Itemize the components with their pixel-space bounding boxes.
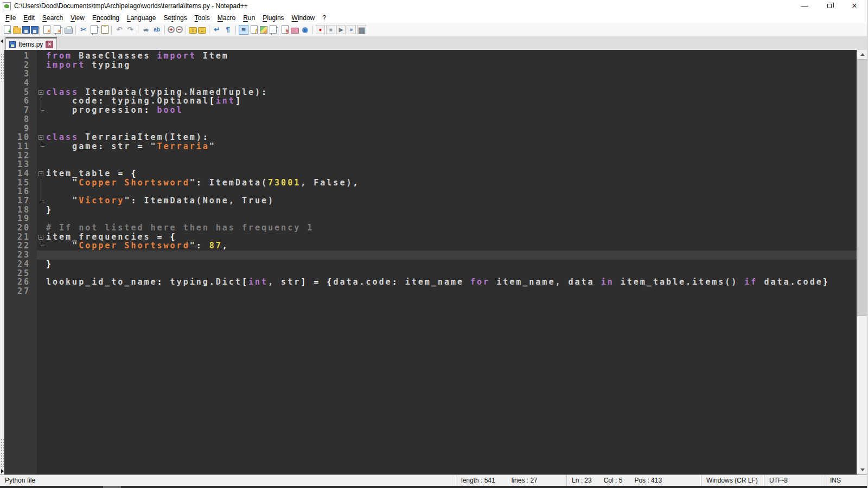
sync-vertical-icon[interactable]: ↕ xyxy=(189,27,197,34)
code-line: 20# If not listed here then has frequenc… xyxy=(4,223,857,233)
line-number: 11 xyxy=(4,142,37,151)
copy-icon[interactable] xyxy=(91,25,98,34)
print-icon[interactable] xyxy=(65,28,73,34)
menu-bar: FileEditSearchViewEncodingLanguageSettin… xyxy=(0,12,867,23)
scroll-up-button[interactable] xyxy=(857,50,867,59)
line-number: 9 xyxy=(4,124,37,133)
line-number: 24 xyxy=(4,260,37,269)
zoom-out-icon[interactable]: − xyxy=(176,26,183,33)
fold-collapse-marker[interactable] xyxy=(37,133,46,142)
fold-margin xyxy=(37,106,46,115)
word-wrap-icon[interactable]: ↵ xyxy=(212,25,222,35)
redo-icon[interactable]: ↷ xyxy=(125,25,135,35)
save-macro-icon[interactable]: ▦ xyxy=(357,25,366,34)
status-eol-format[interactable]: Windows (CR LF) xyxy=(701,475,764,486)
tab-close-icon[interactable]: × xyxy=(46,41,53,48)
scrollbar-thumb[interactable] xyxy=(857,59,867,316)
fold-margin xyxy=(37,206,46,215)
replace-icon[interactable]: ab xyxy=(152,25,162,35)
close-all-icon[interactable]: × xyxy=(54,25,61,34)
find-icon[interactable]: ∞ xyxy=(141,25,151,35)
fold-margin xyxy=(37,214,46,223)
function-list-icon[interactable]: ƒ xyxy=(251,25,258,34)
stop-record-icon[interactable]: ■ xyxy=(326,25,335,34)
project-panel-icon[interactable] xyxy=(291,28,299,34)
sync-horizontal-icon[interactable]: ↔ xyxy=(198,27,206,34)
line-number: 3 xyxy=(4,69,37,79)
code-line: 7 progression: bool xyxy=(4,106,857,115)
document-map-icon[interactable] xyxy=(260,26,267,34)
zoom-in-icon[interactable]: + xyxy=(168,26,175,33)
vertical-scrollbar[interactable] xyxy=(857,50,867,474)
scroll-down-button[interactable] xyxy=(857,465,867,474)
paste-icon[interactable] xyxy=(101,25,108,34)
fold-collapse-marker[interactable] xyxy=(37,88,46,97)
close-doc-icon[interactable]: × xyxy=(43,25,50,34)
collapse-left-icon[interactable] xyxy=(1,39,3,43)
record-macro-icon[interactable]: ● xyxy=(316,25,325,34)
show-all-chars-icon[interactable]: ¶ xyxy=(223,25,233,35)
status-col: Col : 5 xyxy=(604,477,623,484)
notepadpp-icon xyxy=(3,2,11,10)
menu-settings[interactable]: Settings xyxy=(159,12,190,23)
undo-icon[interactable]: ↶ xyxy=(114,25,124,35)
document-list-icon[interactable] xyxy=(270,25,277,34)
cut-icon[interactable]: ✂ xyxy=(79,25,88,35)
menu-window[interactable]: Window xyxy=(288,12,319,23)
dock-splitter[interactable] xyxy=(0,36,4,474)
new-file-icon[interactable]: + xyxy=(4,25,11,34)
fold-margin xyxy=(37,61,46,70)
restore-icon xyxy=(827,4,832,8)
tab-items-py[interactable]: Items.py × xyxy=(5,37,57,50)
status-doctype: Python file xyxy=(0,475,456,486)
close-button[interactable]: × xyxy=(842,0,867,12)
restore-button[interactable] xyxy=(817,0,842,12)
folder-as-workspace-icon[interactable]: § xyxy=(282,25,289,34)
menu-edit[interactable]: Edit xyxy=(20,12,39,23)
minimize-button[interactable]: — xyxy=(792,0,817,12)
save-icon[interactable] xyxy=(22,26,30,34)
title-bar: C:\Users\Dood\Documents\tmp\Archipelago\… xyxy=(0,0,867,12)
fold-margin xyxy=(37,260,46,269)
code-text: lookup_id_to_name: typing.Dict[int, str]… xyxy=(46,278,829,287)
fold-collapse-marker[interactable] xyxy=(37,233,46,242)
editor-area[interactable]: 1from BaseClasses import Item2import typ… xyxy=(4,50,867,474)
menu-encoding[interactable]: Encoding xyxy=(88,12,123,23)
code-text: item_table = { xyxy=(46,169,137,178)
fold-margin xyxy=(37,142,46,151)
indent-guide-icon[interactable]: ≡ xyxy=(239,25,248,35)
line-number: 13 xyxy=(4,160,37,169)
line-number: 8 xyxy=(4,115,37,124)
run-macro-multi-icon[interactable]: » xyxy=(347,25,356,34)
status-caret-position: Ln : 23 Col : 5 Pos : 413 xyxy=(567,475,701,486)
fold-collapse-marker[interactable] xyxy=(37,169,46,178)
menu-[interactable]: ? xyxy=(318,12,330,23)
save-all-icon[interactable] xyxy=(31,26,39,34)
fold-margin xyxy=(37,79,46,88)
menu-language[interactable]: Language xyxy=(123,12,159,23)
code-line: 25 xyxy=(4,269,857,278)
status-encoding[interactable]: UTF-8 xyxy=(764,475,825,486)
menu-run[interactable]: Run xyxy=(239,12,259,23)
play-macro-icon[interactable]: ▶ xyxy=(336,25,346,34)
collapse-right-icon[interactable] xyxy=(1,469,4,473)
menu-macro[interactable]: Macro xyxy=(214,12,239,23)
monitoring-icon[interactable]: ◉ xyxy=(300,25,310,35)
menu-tools[interactable]: Tools xyxy=(191,12,214,23)
saved-file-icon xyxy=(9,41,16,48)
line-number: 4 xyxy=(4,79,37,88)
fold-margin xyxy=(37,223,46,233)
menu-plugins[interactable]: Plugins xyxy=(259,12,288,23)
open-folder-icon[interactable] xyxy=(13,28,21,34)
code-text: game: str = "Terraria" xyxy=(46,142,216,151)
line-number: 16 xyxy=(4,187,37,196)
status-insert-mode[interactable]: INS xyxy=(825,475,867,486)
menu-view[interactable]: View xyxy=(67,12,88,23)
fold-margin xyxy=(37,178,46,188)
line-number: 7 xyxy=(4,106,37,115)
toolbar-separator xyxy=(111,25,112,34)
menu-file[interactable]: File xyxy=(2,12,20,23)
code-line: 19 xyxy=(4,214,857,223)
menu-search[interactable]: Search xyxy=(39,12,67,23)
code-lines[interactable]: 1from BaseClasses import Item2import typ… xyxy=(4,50,857,296)
